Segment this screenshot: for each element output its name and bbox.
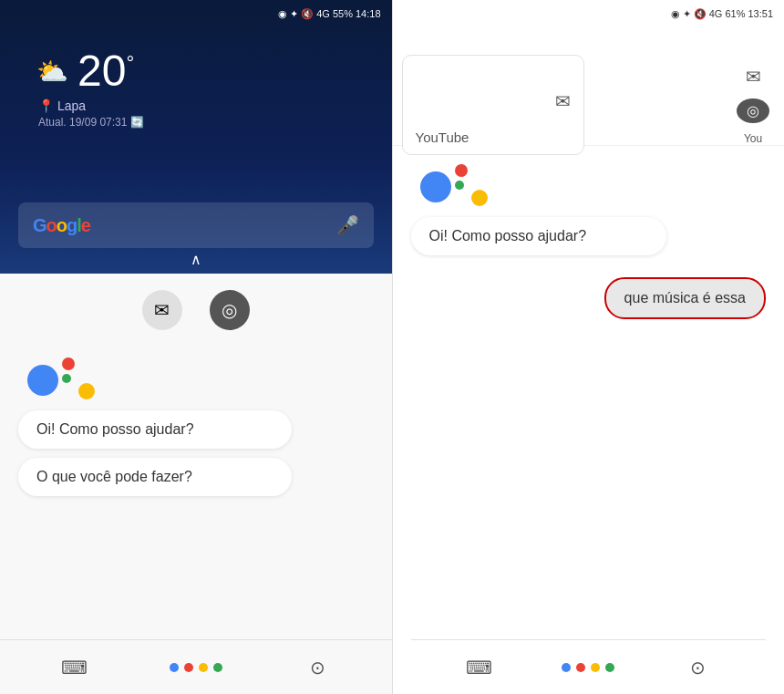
assistant-dots-left <box>170 663 222 672</box>
left-bottom-section: ✉ ◎ Oi! Como posso ajudar? O que você po… <box>0 274 392 694</box>
location-icon-right: ◉ <box>671 8 680 20</box>
youtube-app-card[interactable]: ✉ YouTube <box>402 55 584 155</box>
bluetooth-icon: ✦ <box>290 8 298 20</box>
you-label: You <box>744 132 762 145</box>
dot-green-right <box>455 181 464 190</box>
keyboard-button-right[interactable]: ⌨ <box>462 651 495 684</box>
mail-icon-card: ✉ <box>555 90 571 112</box>
dot-nav-blue-right <box>562 663 571 672</box>
greeting-bubble-right: Oi! Como posso ajudar? <box>411 217 666 255</box>
time-left: 14:18 <box>356 8 381 19</box>
assistant-logo-right <box>420 164 767 202</box>
google-mic-icon[interactable]: 🎤 <box>336 214 359 236</box>
bottom-nav-right: ⌨ ⊙ <box>411 639 767 694</box>
app-icons-row-left: ✉ ◎ <box>0 274 392 339</box>
dot-nav-red-right <box>576 663 585 672</box>
dot-yellow-right <box>471 190 488 206</box>
youtube-card-label: YouTube <box>416 129 571 145</box>
mute-icon-right: 🔇 <box>694 8 707 20</box>
assistant-area-left: Oi! Como posso ajudar? O que você pode f… <box>0 339 392 639</box>
mail-icon-left[interactable]: ✉ <box>142 290 182 330</box>
status-bar-left: ◉ ✦ 🔇 4G 55% 14:18 <box>0 0 392 22</box>
user-message-bubble: que música é essa <box>604 277 766 319</box>
camera-button-left[interactable]: ⊙ <box>301 651 334 684</box>
weather-icon: ⛅ <box>36 57 68 87</box>
left-panel: ◉ ✦ 🔇 4G 55% 14:18 ⛅ 20° 📍 Lapa Atual. 1 <box>0 0 392 694</box>
right-top-section: ◉ ✦ 🔇 4G 61% 13:51 ✉ YouTube ✉ <box>393 0 785 146</box>
weather-temp: 20° <box>77 49 134 93</box>
status-icons-right: ◉ ✦ 🔇 4G 61% 13:51 <box>671 8 773 20</box>
dot-yellow <box>78 383 95 399</box>
time-right: 13:51 <box>748 8 773 19</box>
mail-icon-right[interactable]: ✉ <box>737 64 769 89</box>
dot-blue-large-right <box>420 171 451 202</box>
suggestion-bubble-left[interactable]: O que você pode fazer? <box>18 458 292 496</box>
mute-icon: 🔇 <box>301 8 314 20</box>
dot-nav-blue <box>170 663 179 672</box>
left-top-section: ◉ ✦ 🔇 4G 55% 14:18 ⛅ 20° 📍 Lapa Atual. 1 <box>0 0 392 274</box>
dot-red-right <box>455 164 468 177</box>
dot-blue-large <box>27 365 58 396</box>
bluetooth-icon-right: ✦ <box>683 8 691 20</box>
dot-green <box>62 374 71 383</box>
messages-container-right: Oi! Como posso ajudar? que música é essa <box>411 217 767 639</box>
status-icons-left: ◉ ✦ 🔇 4G 55% 14:18 <box>278 8 380 20</box>
right-bottom-section: Oi! Como posso ajudar? que música é essa… <box>393 146 785 694</box>
assistant-dots-right <box>562 663 614 672</box>
battery-text-right: 61% <box>725 8 745 19</box>
keyboard-button-left[interactable]: ⌨ <box>57 651 90 684</box>
chevron-up-icon[interactable]: ∧ <box>191 251 201 268</box>
dot-nav-yellow-right <box>591 663 600 672</box>
location-icon: ◉ <box>278 8 287 20</box>
right-panel: ◉ ✦ 🔇 4G 61% 13:51 ✉ YouTube ✉ <box>393 0 785 694</box>
dot-nav-red <box>184 663 193 672</box>
battery-text: 55% <box>333 8 353 19</box>
signal-icon-right: 4G <box>709 8 723 19</box>
weather-location: 📍 Lapa <box>38 98 86 113</box>
weather-widget: ⛅ 20° 📍 Lapa Atual. 19/09 07:31 🔄 <box>0 22 392 129</box>
dot-red <box>62 357 75 370</box>
signal-icon: 4G <box>316 8 330 19</box>
greeting-bubble-left: Oi! Como posso ajudar? <box>18 410 292 449</box>
google-search-bar[interactable]: Google 🎤 <box>18 202 374 248</box>
dot-nav-green-right <box>605 663 614 672</box>
camera-button-right[interactable]: ⊙ <box>681 651 714 684</box>
dot-nav-green <box>213 663 222 672</box>
status-bar-right: ◉ ✦ 🔇 4G 61% 13:51 <box>393 0 785 22</box>
compass-icon-left[interactable]: ◎ <box>210 290 250 330</box>
bottom-nav-left: ⌨ ⊙ <box>0 639 392 694</box>
weather-update: Atual. 19/09 07:31 🔄 <box>38 116 144 129</box>
dot-nav-yellow <box>199 663 208 672</box>
assistant-logo-left <box>27 357 374 396</box>
google-logo: Google <box>33 215 90 236</box>
compass-icon-right[interactable]: ◎ <box>737 98 769 124</box>
